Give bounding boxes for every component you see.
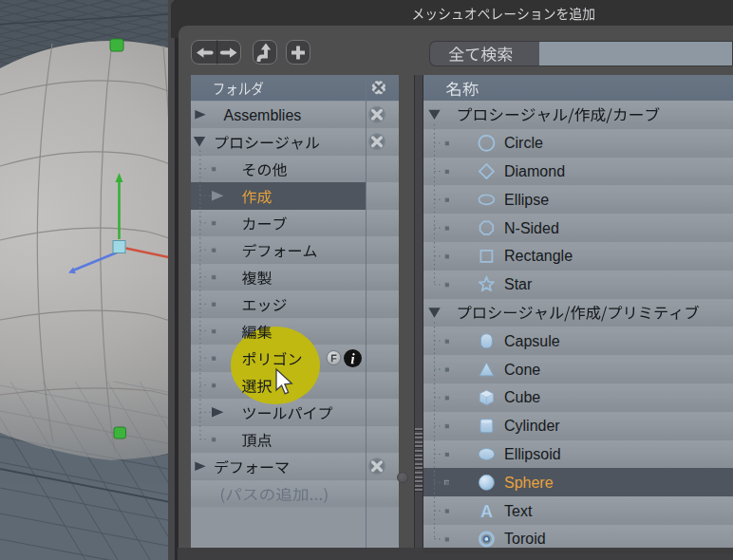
svg-text:Text: Text <box>504 503 533 519</box>
svg-text:Rectangle: Rectangle <box>504 248 573 264</box>
svg-text:A: A <box>480 502 493 521</box>
svg-text:Ellipse: Ellipse <box>504 192 549 208</box>
svg-text:N-Sided: N-Sided <box>504 220 559 236</box>
svg-text:Star: Star <box>504 276 533 292</box>
svg-text:Toroid: Toroid <box>504 531 546 547</box>
svg-text:Capsule: Capsule <box>504 333 560 349</box>
svg-text:Cone: Cone <box>504 362 540 378</box>
svg-text:Ellipsoid: Ellipsoid <box>504 446 561 462</box>
svg-text:Diamond: Diamond <box>504 163 565 179</box>
svg-text:Assemblies: Assemblies <box>224 107 302 123</box>
svg-text:Cylinder: Cylinder <box>504 418 560 434</box>
svg-text:Sphere: Sphere <box>504 475 554 491</box>
svg-text:Cube: Cube <box>504 389 540 405</box>
svg-text:Circle: Circle <box>504 135 543 151</box>
